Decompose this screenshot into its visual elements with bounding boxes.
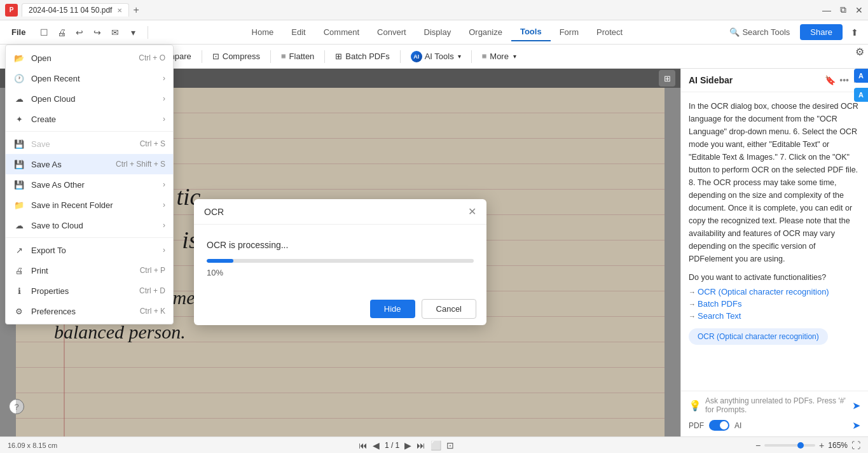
send-button-icon[interactable]: ➤ bbox=[852, 419, 860, 431]
tab-close-btn[interactable]: ✕ bbox=[117, 7, 122, 14]
tab-edit[interactable]: Edit bbox=[282, 24, 314, 41]
ai-link-ocr: → OCR (Optical character recognition) bbox=[689, 287, 860, 296]
tab-item[interactable]: 2024-04-15 11 04 50.pdf ✕ bbox=[22, 3, 129, 17]
undo-icon[interactable]: ↩ bbox=[71, 24, 88, 41]
ai-tools-button[interactable]: AI AI Tools ▾ bbox=[404, 48, 467, 65]
menu-bar: File ☐ 🖨 ↩ ↪ ✉ ▾ Home Edit Comment Conve… bbox=[0, 20, 868, 45]
dropdown-icon[interactable]: ▾ bbox=[125, 24, 141, 41]
menu-item-save-in-recent[interactable]: 📁 Save in Recent Folder › bbox=[6, 195, 173, 215]
zoom-in-button[interactable]: + bbox=[819, 440, 824, 450]
zoom-slider-thumb[interactable] bbox=[797, 442, 804, 449]
menu-item-save-as[interactable]: 💾 Save As Ctrl + Shift + S bbox=[6, 154, 173, 174]
compress-label: Compress bbox=[223, 52, 260, 61]
ai-shortcut-icon[interactable]: A bbox=[854, 69, 868, 83]
flatten-label: Flatten bbox=[289, 52, 315, 61]
export-to-arrow: › bbox=[163, 246, 165, 254]
ai-shortcut-icon-2[interactable]: A bbox=[854, 88, 868, 102]
restore-button[interactable]: ⧉ bbox=[840, 4, 846, 15]
sub-sep-7 bbox=[471, 50, 472, 63]
open-cloud-label: Open Cloud bbox=[31, 94, 75, 104]
ai-tools-label: AI Tools bbox=[425, 52, 454, 61]
first-page-button[interactable]: ⏮ bbox=[359, 440, 368, 450]
ocr-dialog-footer: Hide Cancel bbox=[194, 293, 486, 325]
ai-input-area: 💡 Ask anything unrelated to PDFs. Press … bbox=[689, 396, 860, 414]
more-dropdown-icon: ▾ bbox=[513, 53, 516, 60]
open-recent-arrow: › bbox=[163, 74, 165, 83]
compress-button[interactable]: ⊡ Compress bbox=[206, 49, 266, 64]
fit-width-button[interactable]: ⊡ bbox=[446, 440, 454, 450]
flatten-button[interactable]: ≡ Flatten bbox=[275, 49, 320, 64]
file-menu-button[interactable]: File bbox=[5, 25, 32, 39]
print-icon[interactable]: 🖨 bbox=[53, 24, 70, 41]
batch-pdfs-icon: ⊞ bbox=[335, 52, 342, 61]
last-page-button[interactable]: ⏭ bbox=[417, 440, 425, 450]
sub-sep-5 bbox=[324, 50, 325, 63]
minimize-button[interactable]: — bbox=[822, 5, 831, 15]
properties-shortcut: Ctrl + D bbox=[139, 286, 165, 295]
menu-item-print[interactable]: 🖨 Print Ctrl + P bbox=[6, 260, 173, 281]
tab-display[interactable]: Display bbox=[415, 24, 460, 41]
ai-send-icon[interactable]: ➤ bbox=[852, 400, 860, 412]
menu-item-open[interactable]: 📂 Open Ctrl + O bbox=[6, 48, 173, 68]
ocr-link[interactable]: OCR (Optical character recognition) bbox=[698, 287, 829, 296]
menu-item-save-to-cloud[interactable]: ☁ Save to Cloud › bbox=[6, 215, 173, 235]
redo-icon[interactable]: ↪ bbox=[89, 24, 106, 41]
ocr-dialog-body: OCR is processing... 10% bbox=[194, 225, 486, 293]
menu-separator-1 bbox=[148, 26, 148, 39]
preferences-label: Preferences bbox=[31, 307, 76, 316]
save-as-other-label: Save As Other bbox=[31, 180, 85, 190]
tab-form[interactable]: Form bbox=[551, 24, 588, 41]
menu-item-open-cloud[interactable]: ☁ Open Cloud › bbox=[6, 88, 173, 109]
zoom-slider[interactable] bbox=[764, 444, 815, 447]
ocr-cancel-button[interactable]: Cancel bbox=[422, 299, 476, 319]
search-text-link[interactable]: Search Text bbox=[698, 311, 741, 321]
ai-suggested-ocr-button[interactable]: OCR (Optical character recognition) bbox=[689, 328, 828, 345]
close-button[interactable]: ✕ bbox=[855, 5, 863, 15]
prev-page-button[interactable]: ◀ bbox=[373, 440, 380, 450]
ai-sidebar-more-icon[interactable]: ••• bbox=[839, 75, 849, 85]
fit-page-button[interactable]: ⬜ bbox=[431, 440, 441, 450]
tab-protect[interactable]: Protect bbox=[588, 24, 631, 41]
save-in-recent-label: Save in Recent Folder bbox=[31, 200, 113, 210]
ai-toggle-label: AI bbox=[734, 421, 741, 430]
batch-pdfs-link[interactable]: Batch PDFs bbox=[698, 299, 741, 309]
batch-pdfs-button[interactable]: ⊞ Batch PDFs bbox=[329, 49, 396, 64]
menu-item-save: 💾 Save Ctrl + S bbox=[6, 134, 173, 154]
upload-button[interactable]: ⬆ bbox=[846, 24, 863, 41]
tab-home[interactable]: Home bbox=[243, 24, 283, 41]
menu-item-export-to[interactable]: ↗ Export To › bbox=[6, 240, 173, 260]
ocr-dialog-close-button[interactable]: ✕ bbox=[468, 206, 476, 218]
ai-body-text: In the OCR dialog box, choose the desire… bbox=[689, 100, 860, 265]
menu-item-properties[interactable]: ℹ Properties Ctrl + D bbox=[6, 281, 173, 301]
progress-percent-label: 10% bbox=[207, 268, 474, 277]
ai-link-batch: → Batch PDFs bbox=[689, 299, 860, 309]
sub-sep-6 bbox=[400, 50, 401, 63]
ai-sidebar-body: In the OCR dialog box, choose the desire… bbox=[681, 92, 868, 391]
ai-input-placeholder: Ask anything unrelated to PDFs. Press '#… bbox=[705, 396, 848, 414]
pdf-ai-toggle[interactable] bbox=[709, 420, 729, 431]
nav-tabs: Home Edit Comment Convert Display Organi… bbox=[152, 23, 722, 41]
zoom-out-button[interactable]: − bbox=[755, 440, 761, 450]
next-page-button[interactable]: ▶ bbox=[404, 440, 411, 450]
search-tools-button[interactable]: 🔍 Search Tools bbox=[723, 25, 796, 39]
preferences-icon: ⚙ bbox=[13, 305, 25, 317]
menu-item-open-recent[interactable]: 🕐 Open Recent › bbox=[6, 68, 173, 88]
ocr-hide-button[interactable]: Hide bbox=[370, 300, 415, 318]
menu-item-save-as-other[interactable]: 💾 Save As Other › bbox=[6, 174, 173, 195]
tab-organize[interactable]: Organize bbox=[460, 24, 511, 41]
menu-item-create[interactable]: ✦ Create › bbox=[6, 109, 173, 129]
email-icon[interactable]: ✉ bbox=[107, 24, 123, 41]
tab-convert[interactable]: Convert bbox=[368, 24, 415, 41]
fullscreen-button[interactable]: ⛶ bbox=[851, 440, 860, 450]
more-button[interactable]: ≡ More ▾ bbox=[476, 49, 523, 64]
tab-comment[interactable]: Comment bbox=[315, 24, 368, 41]
ocr-toggle-icon[interactable]: ⊞ bbox=[659, 70, 675, 87]
tab-tools[interactable]: Tools bbox=[511, 23, 551, 41]
menu-item-preferences[interactable]: ⚙ Preferences Ctrl + K bbox=[6, 301, 173, 321]
new-tab-button[interactable]: + bbox=[133, 4, 139, 16]
print-shortcut: Ctrl + P bbox=[140, 266, 165, 275]
share-button[interactable]: Share bbox=[800, 24, 843, 40]
ai-sidebar-bookmark-icon[interactable]: 🔖 bbox=[825, 75, 836, 85]
save-icon: 💾 bbox=[13, 138, 25, 150]
new-icon[interactable]: ☐ bbox=[36, 24, 52, 41]
